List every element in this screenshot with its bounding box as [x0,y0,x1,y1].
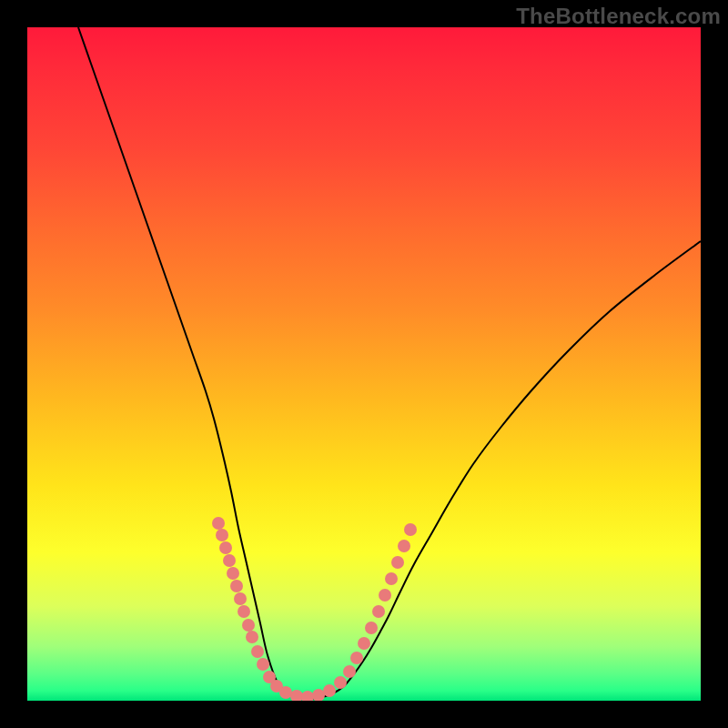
marker-dot [212,517,225,530]
marker-dot [227,567,239,580]
marker-dot [257,658,269,671]
marker-dot [230,580,243,592]
marker-dot [279,686,292,699]
marker-dot [358,637,370,650]
marker-dot [365,622,378,634]
marker-dot [216,529,228,541]
marker-dot [246,631,258,643]
marker-dot [391,556,404,569]
chart-svg [27,27,701,701]
watermark-text: TheBottleneck.com [516,4,721,29]
marker-dot [223,554,236,567]
marker-dot [238,605,250,618]
marker-dot [379,589,391,602]
plot-area [27,27,701,701]
marker-dot [350,652,363,664]
marker-dot [372,605,385,618]
marker-dot [251,645,264,658]
marker-dot [334,676,347,689]
marker-dot [301,691,314,701]
marker-dot [404,523,417,536]
marker-dot [234,592,247,605]
marker-dot [242,619,255,632]
marker-dot [398,540,410,552]
marker-dot [385,572,398,585]
marker-dot [323,684,336,697]
marker-dot [219,541,232,554]
marker-dot [290,690,303,701]
marker-dot [312,689,325,701]
marker-dot [343,665,356,678]
chart-frame: TheBottleneck.com [0,0,728,728]
